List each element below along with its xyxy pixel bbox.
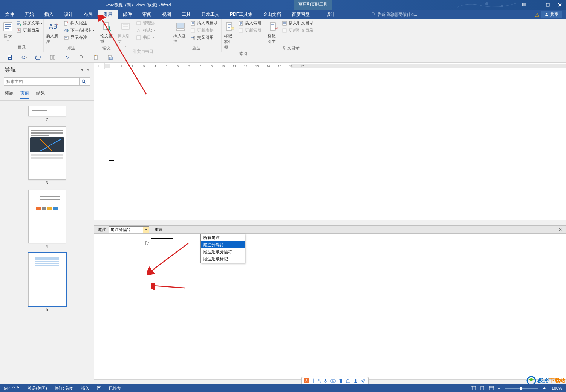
nav-close-icon[interactable]: ✕ bbox=[86, 68, 89, 72]
redo-button[interactable] bbox=[35, 54, 41, 60]
tab-layout[interactable]: 布局 bbox=[78, 10, 98, 19]
ribbon-options-button[interactable] bbox=[518, 0, 530, 10]
qat-btn-8[interactable] bbox=[107, 54, 113, 60]
mark-entry-button[interactable]: 标记索引项 bbox=[224, 20, 236, 50]
tab-file[interactable]: 文件 bbox=[0, 10, 20, 19]
mic-icon[interactable] bbox=[323, 378, 328, 383]
h-scrollbar-top[interactable] bbox=[94, 220, 566, 225]
citation-style-button[interactable]: 样式: ▾ bbox=[135, 27, 156, 34]
share-button[interactable]: 共享 bbox=[541, 11, 562, 18]
nav-tab-headings[interactable]: 标题 bbox=[5, 90, 14, 99]
zoom-slider[interactable] bbox=[505, 388, 538, 389]
horizontal-ruler[interactable]: 1234567891011121314151617 bbox=[105, 63, 566, 69]
update-toc-button[interactable]: 更新目录 bbox=[15, 27, 44, 34]
insert-index-button[interactable]: 插入索引 bbox=[237, 20, 263, 27]
view-print-icon[interactable] bbox=[478, 384, 486, 392]
status-macro-icon[interactable] bbox=[93, 386, 105, 390]
manage-sources-button[interactable]: 管理源 bbox=[135, 20, 156, 27]
ime-punct-icon[interactable]: °, bbox=[318, 378, 321, 383]
endnote-close-button[interactable]: ✕ bbox=[556, 227, 564, 232]
tab-insert[interactable]: 插入 bbox=[39, 10, 59, 19]
qat-btn-7[interactable] bbox=[93, 54, 99, 60]
tab-design[interactable]: 设计 bbox=[59, 10, 78, 19]
nav-search-button[interactable]: ▾ bbox=[79, 78, 90, 85]
research-button[interactable]: 论文查重 bbox=[100, 20, 113, 44]
page-view[interactable] bbox=[94, 69, 566, 220]
link-icon bbox=[64, 54, 70, 60]
qat-btn-4[interactable] bbox=[50, 54, 56, 60]
ime-toolbar[interactable]: S 中 °, bbox=[301, 377, 369, 384]
status-revisions[interactable]: 修订: 关闭 bbox=[51, 386, 77, 391]
thumb-page-4[interactable] bbox=[28, 190, 66, 243]
tab-hf-design[interactable]: 设计 bbox=[321, 10, 341, 19]
bibliography-button[interactable]: 书目 ▾ bbox=[135, 34, 156, 41]
chevron-down-icon[interactable] bbox=[143, 227, 149, 233]
nav-search-input[interactable] bbox=[4, 78, 79, 85]
view-read-icon[interactable] bbox=[469, 384, 477, 392]
insert-toa-button[interactable]: 插入引文目录 bbox=[281, 20, 315, 27]
thumb-page-5[interactable] bbox=[28, 253, 66, 306]
svg-point-42 bbox=[82, 80, 85, 83]
tab-baidu[interactable]: 百度网盘 bbox=[286, 10, 315, 19]
nav-tab-results[interactable]: 结果 bbox=[36, 90, 45, 99]
undo-button[interactable]: ▾ bbox=[21, 54, 27, 60]
thumb-page-3[interactable] bbox=[28, 126, 66, 180]
group-label-index: 索引 bbox=[224, 50, 263, 57]
endnote-option[interactable]: 尾注延续分隔符 bbox=[201, 248, 245, 256]
update-toa-button[interactable]: 更新引文目录 bbox=[281, 27, 315, 34]
endnote-option[interactable]: 所有尾注 bbox=[201, 234, 245, 241]
svg-rect-22 bbox=[191, 21, 195, 25]
close-button[interactable] bbox=[554, 0, 566, 10]
keyboard-icon[interactable] bbox=[330, 378, 336, 383]
qat-btn-6[interactable] bbox=[78, 54, 84, 60]
save-button[interactable] bbox=[7, 54, 13, 60]
insert-citation-button[interactable]: 插入引文▾ bbox=[118, 20, 133, 48]
tab-pdfkit[interactable]: PDF工具集 bbox=[225, 10, 258, 19]
insert-endnote-button[interactable]: i 插入尾注 bbox=[63, 20, 95, 27]
redo-icon bbox=[35, 54, 41, 60]
contextual-tab-group: 页眉和页脚工具 bbox=[294, 0, 332, 10]
tab-view[interactable]: 视图 bbox=[157, 10, 176, 19]
gear-icon[interactable] bbox=[361, 378, 366, 383]
zoom-level[interactable]: 100% bbox=[548, 386, 566, 390]
toc-button[interactable]: 目录 ▾ bbox=[2, 20, 14, 42]
tab-review[interactable]: 审阅 bbox=[137, 10, 157, 19]
update-table-button[interactable]: 更新表格 bbox=[189, 27, 219, 34]
toolbox-icon[interactable] bbox=[346, 378, 351, 383]
tab-references[interactable]: 引用 bbox=[98, 10, 118, 19]
qat-btn-5[interactable] bbox=[64, 54, 70, 60]
user-icon[interactable] bbox=[353, 378, 358, 383]
insert-caption-button[interactable]: 插入题注 bbox=[173, 20, 188, 44]
tab-devtools[interactable]: 开发工具 bbox=[196, 10, 225, 19]
tell-me-search[interactable]: 告诉我您想要做什么... bbox=[371, 10, 418, 19]
endnote-body[interactable] bbox=[94, 234, 566, 384]
tab-mailings[interactable]: 邮件 bbox=[118, 10, 137, 19]
nav-tab-pages[interactable]: 页面 bbox=[20, 90, 29, 99]
tab-tools[interactable]: 工具 bbox=[176, 10, 196, 19]
skin-icon[interactable] bbox=[338, 378, 343, 383]
next-footnote-button[interactable]: AB 下一条脚注 ▾ bbox=[63, 27, 95, 34]
tab-wpsdoc[interactable]: 金山文档 bbox=[258, 10, 286, 19]
endnote-option[interactable]: 尾注分隔符 bbox=[201, 241, 245, 248]
page-thumbnails[interactable]: 2 3 4 5 bbox=[0, 101, 94, 384]
add-text-button[interactable]: 添加文字 ▾ bbox=[15, 20, 44, 27]
minimize-button[interactable] bbox=[530, 0, 542, 10]
insert-footnote-button[interactable]: AB1 插入脚注 bbox=[46, 20, 61, 44]
show-notes-button[interactable]: 显示备注 bbox=[63, 34, 95, 41]
status-insert[interactable]: 插入 bbox=[77, 386, 93, 391]
update-index-button[interactable]: 更新索引 bbox=[237, 27, 263, 34]
status-language[interactable]: 英语(美国) bbox=[24, 386, 50, 391]
thumb-page-2[interactable] bbox=[28, 106, 66, 116]
ime-mode[interactable]: 中 bbox=[312, 378, 316, 384]
view-web-icon[interactable] bbox=[487, 384, 496, 392]
nav-dropdown-icon[interactable]: ▼ bbox=[80, 68, 84, 72]
cross-ref-button[interactable]: 交叉引用 bbox=[189, 34, 219, 41]
endnote-reset-button[interactable]: 重置 bbox=[152, 227, 165, 233]
mark-citation-button[interactable]: 标记引文 bbox=[268, 20, 279, 44]
endnote-type-select[interactable]: 尾注分隔符 bbox=[109, 226, 149, 233]
status-wordcount[interactable]: 544 个字 bbox=[0, 386, 24, 391]
tab-home[interactable]: 开始 bbox=[20, 10, 39, 19]
maximize-button[interactable] bbox=[542, 0, 554, 10]
insert-tof-button[interactable]: 插入表目录 bbox=[189, 20, 219, 27]
endnote-option[interactable]: 尾注延续标记 bbox=[201, 256, 245, 263]
